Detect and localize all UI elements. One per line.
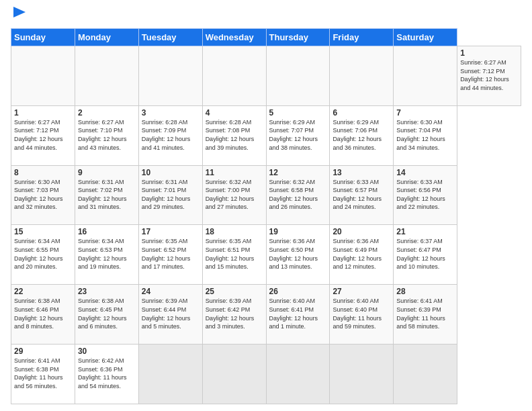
- weekday-header: Saturday: [394, 29, 457, 46]
- day-info: Sunrise: 6:34 AMSunset: 6:53 PMDaylight:…: [78, 237, 136, 271]
- calendar-cell: 1Sunrise: 6:27 AMSunset: 7:12 PMDaylight…: [11, 105, 75, 165]
- day-number: 18: [206, 227, 263, 236]
- calendar-cell: 10Sunrise: 6:31 AMSunset: 7:01 PMDayligh…: [138, 165, 202, 225]
- sunset-text: Sunset: 6:39 PM: [396, 306, 441, 313]
- day-number: 2: [78, 108, 136, 118]
- sunrise-text: Sunrise: 6:38 AM: [78, 298, 124, 304]
- day-info: Sunrise: 6:31 AMSunset: 7:02 PMDaylight:…: [78, 178, 136, 212]
- calendar-cell: [75, 46, 138, 106]
- daylight-text: Daylight: 11 hours and 59 minutes.: [332, 315, 382, 330]
- daylight-text: Daylight: 12 hours and 19 minutes.: [78, 255, 127, 271]
- day-info: Sunrise: 6:29 AMSunset: 7:07 PMDaylight:…: [269, 118, 327, 152]
- calendar-cell: 22Sunrise: 6:38 AMSunset: 6:46 PMDayligh…: [11, 285, 75, 345]
- logo: [11, 8, 27, 23]
- sunset-text: Sunset: 7:03 PM: [14, 187, 59, 193]
- sunrise-text: Sunrise: 6:29 AM: [332, 119, 379, 126]
- sunrise-text: Sunrise: 6:32 AM: [269, 179, 316, 185]
- calendar-cell: [202, 46, 266, 106]
- day-info: Sunrise: 6:33 AMSunset: 6:56 PMDaylight:…: [396, 178, 454, 212]
- day-info: Sunrise: 6:34 AMSunset: 6:55 PMDaylight:…: [14, 237, 72, 271]
- daylight-text: Daylight: 12 hours and 6 minutes.: [78, 315, 127, 330]
- calendar-week-row: 22Sunrise: 6:38 AMSunset: 6:46 PMDayligh…: [11, 285, 521, 345]
- daylight-text: Daylight: 12 hours and 24 minutes.: [332, 195, 382, 211]
- calendar-cell: 7Sunrise: 6:30 AMSunset: 7:04 PMDaylight…: [394, 105, 457, 165]
- sunset-text: Sunset: 7:04 PM: [396, 127, 441, 134]
- day-number: 23: [78, 287, 136, 296]
- svg-marker-0: [13, 7, 26, 17]
- daylight-text: Daylight: 12 hours and 13 minutes.: [269, 255, 318, 271]
- day-info: Sunrise: 6:33 AMSunset: 6:57 PMDaylight:…: [332, 178, 390, 212]
- day-info: Sunrise: 6:28 AMSunset: 7:08 PMDaylight:…: [206, 118, 263, 152]
- sunset-text: Sunset: 6:58 PM: [269, 187, 314, 193]
- daylight-text: Daylight: 12 hours and 10 minutes.: [396, 255, 445, 271]
- day-number: 6: [332, 108, 390, 118]
- day-number: 3: [142, 108, 200, 118]
- sunset-text: Sunset: 7:06 PM: [332, 127, 378, 134]
- daylight-text: Daylight: 12 hours and 17 minutes.: [142, 255, 191, 271]
- daylight-text: Daylight: 11 hours and 56 minutes.: [14, 374, 63, 390]
- day-info: Sunrise: 6:30 AMSunset: 7:04 PMDaylight:…: [396, 118, 454, 152]
- day-number: 25: [206, 287, 263, 296]
- weekday-header: Thursday: [266, 29, 330, 46]
- calendar-cell: 3Sunrise: 6:28 AMSunset: 7:09 PMDaylight…: [138, 105, 202, 165]
- calendar-cell: 29Sunrise: 6:41 AMSunset: 6:38 PMDayligh…: [11, 345, 75, 404]
- day-number: 27: [332, 287, 390, 296]
- weekday-header: Friday: [330, 29, 394, 46]
- sunset-text: Sunset: 6:38 PM: [14, 366, 59, 373]
- calendar-cell: 12Sunrise: 6:32 AMSunset: 6:58 PMDayligh…: [266, 165, 330, 225]
- day-number: 24: [142, 287, 200, 296]
- daylight-text: Daylight: 12 hours and 5 minutes.: [142, 315, 191, 330]
- calendar-cell: 27Sunrise: 6:40 AMSunset: 6:40 PMDayligh…: [330, 285, 394, 345]
- daylight-text: Daylight: 12 hours and 36 minutes.: [332, 136, 382, 151]
- sunset-text: Sunset: 7:07 PM: [269, 127, 314, 134]
- sunset-text: Sunset: 6:57 PM: [332, 187, 378, 193]
- weekday-header: Wednesday: [202, 29, 266, 46]
- day-number: 7: [396, 108, 454, 118]
- day-number: 11: [206, 168, 263, 177]
- calendar-cell: 19Sunrise: 6:36 AMSunset: 6:50 PMDayligh…: [266, 225, 330, 285]
- daylight-text: Daylight: 12 hours and 29 minutes.: [142, 195, 191, 211]
- sunrise-text: Sunrise: 6:27 AM: [78, 119, 124, 126]
- sunset-text: Sunset: 7:00 PM: [206, 187, 251, 193]
- daylight-text: Daylight: 12 hours and 31 minutes.: [78, 195, 127, 211]
- sunrise-text: Sunrise: 6:28 AM: [142, 119, 188, 126]
- daylight-text: Daylight: 12 hours and 43 minutes.: [78, 136, 127, 151]
- daylight-text: Daylight: 12 hours and 44 minutes.: [460, 76, 509, 91]
- day-info: Sunrise: 6:36 AMSunset: 6:49 PMDaylight:…: [332, 237, 390, 271]
- daylight-text: Daylight: 12 hours and 44 minutes.: [14, 136, 63, 151]
- daylight-text: Daylight: 12 hours and 15 minutes.: [206, 255, 255, 271]
- day-info: Sunrise: 6:27 AMSunset: 7:12 PMDaylight:…: [14, 118, 72, 152]
- sunrise-text: Sunrise: 6:35 AM: [142, 238, 188, 244]
- sunrise-text: Sunrise: 6:35 AM: [206, 238, 252, 244]
- header: [11, 8, 521, 23]
- sunset-text: Sunset: 7:12 PM: [14, 127, 59, 134]
- daylight-text: Daylight: 12 hours and 38 minutes.: [269, 136, 318, 151]
- sunrise-text: Sunrise: 6:33 AM: [396, 179, 443, 185]
- daylight-text: Daylight: 12 hours and 26 minutes.: [269, 195, 318, 211]
- logo-icon: [12, 5, 27, 23]
- sunset-text: Sunset: 6:41 PM: [269, 306, 314, 313]
- weekday-header: Tuesday: [138, 29, 202, 46]
- sunset-text: Sunset: 7:01 PM: [142, 187, 187, 193]
- sunrise-text: Sunrise: 6:41 AM: [396, 298, 443, 304]
- calendar-header-row: SundayMondayTuesdayWednesdayThursdayFrid…: [11, 29, 521, 46]
- sunrise-text: Sunrise: 6:30 AM: [14, 179, 60, 185]
- sunrise-text: Sunrise: 6:27 AM: [460, 59, 506, 66]
- day-number: 4: [206, 108, 263, 118]
- day-info: Sunrise: 6:39 AMSunset: 6:42 PMDaylight:…: [206, 297, 263, 330]
- calendar-cell: [266, 345, 330, 404]
- calendar-cell: 8Sunrise: 6:30 AMSunset: 7:03 PMDaylight…: [11, 165, 75, 225]
- sunset-text: Sunset: 6:45 PM: [78, 306, 123, 313]
- daylight-text: Daylight: 12 hours and 22 minutes.: [396, 195, 445, 211]
- day-info: Sunrise: 6:27 AMSunset: 7:12 PMDaylight:…: [460, 58, 518, 92]
- calendar-cell: 11Sunrise: 6:32 AMSunset: 7:00 PMDayligh…: [202, 165, 266, 225]
- day-info: Sunrise: 6:35 AMSunset: 6:52 PMDaylight:…: [142, 237, 200, 271]
- sunset-text: Sunset: 6:50 PM: [269, 246, 314, 253]
- calendar-cell: [330, 46, 394, 106]
- day-number: 5: [269, 108, 327, 118]
- sunset-text: Sunset: 7:02 PM: [78, 187, 123, 193]
- day-number: 15: [14, 227, 72, 236]
- day-info: Sunrise: 6:41 AMSunset: 6:38 PMDaylight:…: [14, 357, 72, 390]
- calendar-cell: [394, 46, 457, 106]
- calendar-cell: [138, 46, 202, 106]
